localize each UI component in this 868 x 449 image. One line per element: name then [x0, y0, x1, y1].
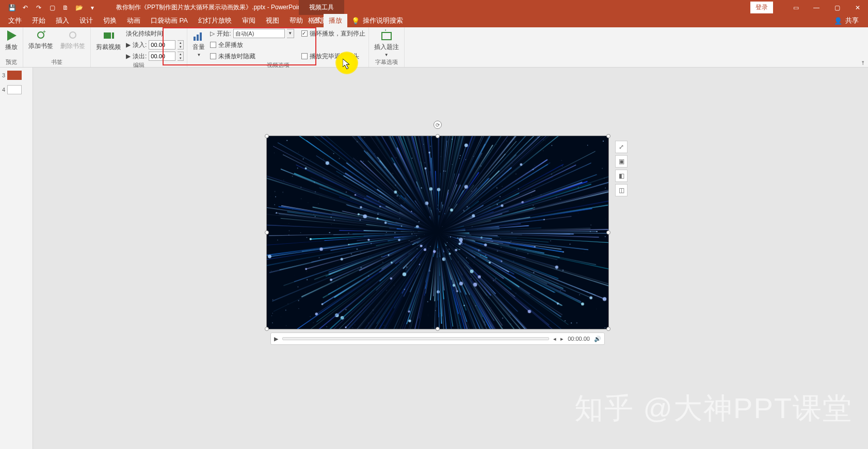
tell-me-search[interactable]: 💡 操作说明搜索 — [348, 14, 406, 27]
document-title: 教你制作《PPT制作图片放大循环展示动画效果》.pptx - PowerPoin… — [116, 3, 302, 12]
tab-slideshow[interactable]: 幻灯片放映 — [193, 14, 237, 27]
thumbnail-4[interactable]: 4 — [0, 84, 33, 98]
open-icon[interactable]: 📂 — [75, 4, 83, 12]
volume-label: 音量 — [192, 43, 205, 52]
volume-button[interactable]: 音量 ▼ — [190, 28, 207, 58]
tab-file[interactable]: 文件 — [3, 14, 27, 27]
hide-checkbox[interactable] — [210, 53, 216, 59]
handle-sw[interactable] — [265, 327, 269, 331]
fullscreen-label: 全屏播放 — [218, 41, 243, 49]
group-captions-label: 字幕选项 — [375, 58, 398, 67]
start-play-icon: ▷ — [210, 30, 215, 37]
trim-video-button[interactable]: 剪裁视频 — [94, 28, 123, 53]
tab-playback[interactable]: 播放 — [324, 14, 347, 27]
ribbon-tabs: 文件 开始 插入 设计 切换 动画 口袋动画 PA 幻灯片放映 审阅 视图 帮助… — [0, 15, 868, 27]
fade-out-icon: ▶ — [126, 53, 131, 60]
minimize-icon[interactable]: — — [806, 0, 827, 15]
add-bookmark-button[interactable]: + 添加书签 — [26, 28, 55, 52]
login-button[interactable]: 登录 — [750, 2, 773, 13]
loop-checkbox[interactable] — [301, 30, 308, 37]
media-volume-icon[interactable]: 🔊 — [594, 336, 601, 342]
undo-icon[interactable]: ↶ — [21, 4, 29, 12]
thumbnail-3[interactable]: 3 — [0, 70, 33, 84]
trim-video-label: 剪裁视频 — [96, 43, 121, 52]
thumb-num-4: 4 — [2, 87, 5, 93]
play-button[interactable]: 播放 — [3, 28, 20, 53]
watermark: 知乎 @大神PPT课堂 — [574, 389, 853, 428]
video-frame — [267, 136, 608, 329]
svg-rect-6 — [194, 37, 196, 41]
close-icon[interactable]: ✕ — [847, 0, 868, 15]
play-label: 播放 — [5, 43, 18, 52]
group-bookmarks: + 添加书签 删除书签 书签 — [23, 27, 91, 67]
start-combo[interactable]: 自动(A) — [233, 29, 285, 38]
redo-icon[interactable]: ↷ — [35, 4, 43, 12]
media-time: 00:00.00 — [568, 336, 590, 342]
insert-caption-button[interactable]: + 插入题注 ▼ — [372, 28, 401, 58]
tab-animations[interactable]: 动画 — [122, 14, 146, 27]
crop-icon[interactable]: ▣ — [615, 155, 628, 168]
fullscreen-checkbox[interactable] — [210, 42, 216, 48]
ribbon-display-icon[interactable]: ▭ — [785, 0, 806, 15]
format-side-buttons: ⤢ ▣ ◧ ◫ — [615, 141, 628, 196]
tab-view[interactable]: 视图 — [261, 14, 284, 27]
tab-transitions[interactable]: 切换 — [98, 14, 122, 27]
rotate-handle[interactable]: ⟳ — [433, 121, 442, 129]
fade-out-input[interactable] — [149, 52, 175, 61]
add-bookmark-label: 添加书签 — [28, 42, 53, 51]
handle-w[interactable] — [265, 230, 269, 235]
fade-out-spinner[interactable]: ▲▼ — [178, 52, 184, 61]
fade-in-spinner[interactable]: ▲▼ — [178, 40, 184, 49]
remove-bookmark-button: 删除书签 — [58, 28, 87, 52]
handle-nw[interactable] — [265, 134, 269, 138]
thumb-preview-4 — [7, 85, 22, 94]
new-icon[interactable]: 🗎 — [61, 4, 70, 12]
chevron-down-icon: ▼ — [384, 53, 389, 57]
tab-review[interactable]: 审阅 — [237, 14, 261, 27]
svg-text:+: + — [383, 29, 388, 33]
svg-point-3 — [70, 32, 76, 38]
context-tab-video-tools: 视频工具 — [299, 0, 344, 15]
insert-caption-label: 插入题注 — [374, 43, 399, 52]
fade-out-label: 淡出: — [133, 52, 147, 61]
rewind-label: 播放完毕返回开头 — [310, 52, 359, 61]
media-step-fwd-icon[interactable]: ▸ — [560, 336, 564, 342]
handle-n[interactable] — [436, 134, 440, 138]
remove-bookmark-label: 删除书签 — [60, 42, 85, 51]
tab-home[interactable]: 开始 — [27, 14, 51, 27]
handle-ne[interactable] — [606, 134, 610, 138]
save-icon[interactable]: 💾 — [8, 4, 16, 12]
slideshow-icon[interactable]: ▢ — [48, 4, 56, 12]
group-video-options: 音量 ▼ ▷ 开始: 自动(A) ▼ 全屏播放 未播放时隐藏 — [187, 27, 368, 67]
group-preview: 播放 预览 — [0, 27, 23, 67]
style-icon[interactable]: ◧ — [615, 170, 628, 182]
group-editing: 剪裁视频 淡化持续时间 ▶ 淡入: ▲▼ ▶ 淡出: ▲▼ 编辑 — [91, 27, 187, 67]
rewind-checkbox[interactable] — [301, 53, 308, 59]
collapse-ribbon-icon[interactable]: ⤒ — [861, 60, 865, 66]
share-button[interactable]: 👤 共享 — [831, 14, 862, 27]
start-label: 开始: — [217, 29, 231, 38]
video-object[interactable]: ⟳ — [266, 136, 609, 329]
media-track[interactable] — [282, 337, 549, 340]
tab-insert[interactable]: 插入 — [51, 14, 74, 27]
handle-s[interactable] — [436, 327, 440, 331]
chevron-down-icon: ▼ — [197, 53, 201, 57]
qat-dropdown-icon[interactable]: ▾ — [88, 4, 97, 12]
design-icon[interactable]: ◫ — [615, 184, 628, 196]
thumb-preview-3 — [7, 71, 22, 80]
tab-design[interactable]: 设计 — [74, 14, 98, 27]
start-combo-value: 自动(A) — [235, 30, 254, 38]
handle-e[interactable] — [606, 230, 610, 235]
media-step-back-icon[interactable]: ◂ — [553, 336, 556, 342]
media-play-icon[interactable]: ▶ — [274, 336, 278, 342]
main-area: 3 4 ⟳ ⤢ ▣ ◧ ◫ ▶ ◂ — [0, 68, 868, 449]
maximize-icon[interactable]: ▢ — [827, 0, 847, 15]
start-combo-arrow[interactable]: ▼ — [287, 29, 294, 38]
quick-access-toolbar: 💾 ↶ ↷ ▢ 🗎 📂 ▾ — [0, 4, 97, 12]
tab-koudai[interactable]: 口袋动画 PA — [146, 14, 193, 27]
fade-in-input[interactable] — [149, 40, 175, 49]
slide-canvas[interactable]: ⟳ ⤢ ▣ ◧ ◫ ▶ ◂ ▸ 00:00.00 🔊 知乎 @大神PPT课堂 — [33, 68, 868, 449]
handle-se[interactable] — [606, 327, 610, 331]
layout-icon[interactable]: ⤢ — [615, 141, 628, 153]
tell-me-label: 操作说明搜索 — [363, 16, 403, 25]
